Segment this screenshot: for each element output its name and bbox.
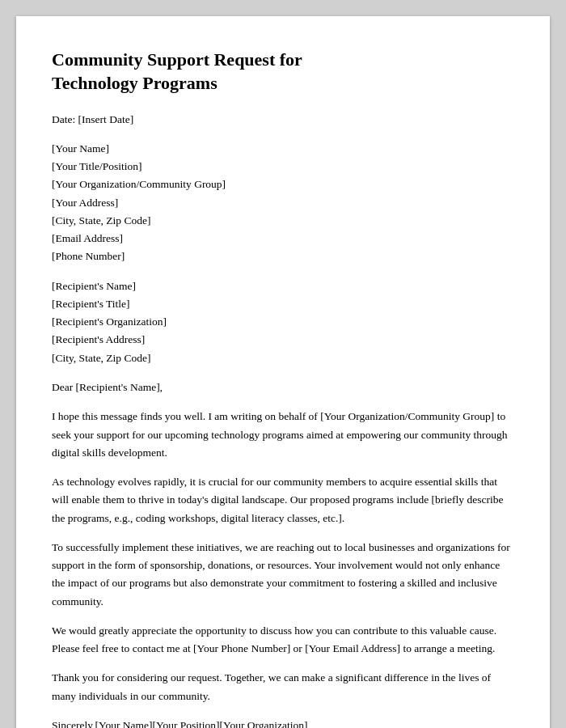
recipient-line: [City, State, Zip Code] bbox=[52, 349, 514, 367]
recipient-block: [Recipient's Name][Recipient's Title][Re… bbox=[52, 277, 514, 367]
title-line1: Community Support Request for bbox=[52, 49, 302, 70]
title-line2: Technology Programs bbox=[52, 73, 218, 93]
body-paragraphs: I hope this message finds you well. I am… bbox=[52, 408, 514, 705]
sender-line: [Your Address] bbox=[52, 194, 514, 212]
body-paragraph: As technology evolves rapidly, it is cru… bbox=[52, 473, 514, 527]
sender-line: [Your Organization/Community Group] bbox=[52, 176, 514, 193]
sender-line: [Phone Number] bbox=[52, 248, 514, 265]
recipient-line: [Recipient's Address] bbox=[52, 331, 514, 349]
closing-line: [Your Name] bbox=[95, 719, 152, 728]
document-title: Community Support Request for Technology… bbox=[52, 49, 514, 95]
document-page: Community Support Request for Technology… bbox=[16, 16, 550, 728]
body-paragraph: We would greatly appreciate the opportun… bbox=[52, 622, 514, 658]
body-paragraph: Thank you for considering our request. T… bbox=[52, 669, 514, 705]
sender-line: [Your Name] bbox=[52, 140, 514, 158]
recipient-line: [Recipient's Name] bbox=[52, 277, 514, 295]
recipient-line: [Recipient's Organization] bbox=[52, 313, 514, 331]
sender-block: [Your Name][Your Title/Position][Your Or… bbox=[52, 140, 514, 266]
closing-line: [Your Position] bbox=[152, 719, 219, 728]
sender-line: [Email Address] bbox=[52, 230, 514, 248]
body-paragraph: To successfully implement these initiati… bbox=[52, 539, 514, 611]
closing-line: [Your Organization] bbox=[220, 719, 308, 728]
sender-line: [Your Title/Position] bbox=[52, 158, 514, 176]
salutation: Dear [Recipient's Name], bbox=[52, 379, 514, 396]
recipient-line: [Recipient's Title] bbox=[52, 295, 514, 313]
sender-line: [City, State, Zip Code] bbox=[52, 212, 514, 230]
date-line: Date: [Insert Date] bbox=[52, 111, 514, 129]
body-paragraph: I hope this message finds you well. I am… bbox=[52, 408, 514, 462]
closing-block: Sincerely,[Your Name][Your Position][You… bbox=[52, 717, 514, 728]
closing-line: Sincerely, bbox=[52, 719, 95, 728]
